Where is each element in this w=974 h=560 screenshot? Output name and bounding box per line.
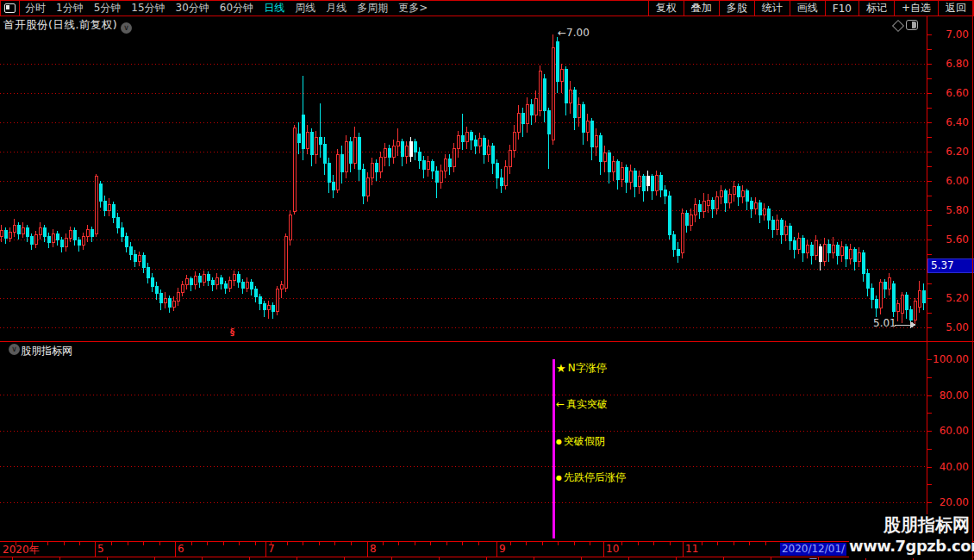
signal-vertical-line xyxy=(553,359,555,538)
axis-tick xyxy=(927,254,932,255)
axis-tick xyxy=(927,64,932,65)
menu-item-叠加[interactable]: 叠加 xyxy=(684,0,719,16)
candle-body xyxy=(401,141,403,156)
candle-body xyxy=(724,191,727,203)
candle-body xyxy=(444,159,446,171)
candle-body xyxy=(862,252,865,273)
candle-body xyxy=(224,283,227,288)
menu-item-周线[interactable]: 周线 xyxy=(290,1,321,16)
menu-item-复权[interactable]: 复权 xyxy=(648,0,684,16)
axis-tick xyxy=(927,93,932,94)
menu-item-画线[interactable]: 画线 xyxy=(790,0,825,16)
candle-body xyxy=(172,301,175,307)
menu-item-多股[interactable]: 多股 xyxy=(719,0,754,16)
candle-body xyxy=(323,145,326,164)
axis-tick xyxy=(927,502,932,503)
window-layout-button[interactable] xyxy=(1,1,20,16)
chevron-down-icon[interactable]: ∨ xyxy=(121,22,132,34)
date-axis: 2020/12/01/二 2020年567891011 xyxy=(0,541,974,557)
indicator-value-label: 40.00 xyxy=(929,461,969,473)
price-label: 5.80 xyxy=(929,204,969,216)
candle-body xyxy=(599,135,602,162)
candle-body xyxy=(328,164,330,183)
price-label: 6.80 xyxy=(929,58,969,70)
candle-body xyxy=(310,133,313,155)
menu-item-更多>[interactable]: 更多> xyxy=(393,1,433,16)
candle-body xyxy=(763,208,765,215)
candle-body xyxy=(65,238,67,246)
axis-tick xyxy=(927,34,932,35)
indicator-value-label: 80.00 xyxy=(929,389,969,401)
candle-body xyxy=(741,191,744,197)
axis-tick xyxy=(927,283,932,284)
menu-item-30分钟[interactable]: 30分钟 xyxy=(171,1,215,16)
month-separator xyxy=(95,542,96,557)
axis-tick xyxy=(510,542,511,545)
axis-tick xyxy=(670,542,671,545)
indicator-value-label: 100.00 xyxy=(929,353,969,365)
panel-separator xyxy=(0,341,974,342)
candle-body xyxy=(181,285,184,293)
axis-tick xyxy=(223,542,224,545)
menu-item-5分钟[interactable]: 5分钟 xyxy=(89,1,127,16)
menu-item-返回[interactable]: 返回 xyxy=(938,0,973,16)
indicator-chart[interactable] xyxy=(0,341,927,541)
axis-tick xyxy=(927,327,932,328)
chevron-down-icon[interactable]: ∨ xyxy=(9,344,20,355)
menu-item-月线[interactable]: 月线 xyxy=(321,1,352,16)
pane-maximize-icon[interactable] xyxy=(906,20,918,30)
candle-body xyxy=(435,171,438,183)
candle-body xyxy=(832,246,834,253)
tool-menu: 复权叠加多股统计画线F10标记+自选返回 xyxy=(648,1,973,16)
candle-body xyxy=(392,146,395,158)
axis-tick xyxy=(383,542,384,545)
signal-N字涨停: ★N字涨停 xyxy=(556,361,607,376)
axis-tick xyxy=(765,542,766,545)
menu-item-多周期[interactable]: 多周期 xyxy=(352,1,393,16)
price-label: 7.00 xyxy=(929,28,969,40)
month-separator xyxy=(683,542,684,557)
candle-body xyxy=(306,133,309,149)
top-menu-bar: 分时1分钟5分钟15分钟30分钟60分钟日线周线月线多周期更多> 复权叠加多股统… xyxy=(0,0,974,16)
candle-body xyxy=(414,141,416,152)
price-axis: 7.006.806.606.406.206.005.805.605.405.20… xyxy=(927,16,974,341)
menu-item-60分钟[interactable]: 60分钟 xyxy=(215,1,259,16)
candle-body xyxy=(39,227,41,235)
axis-tick xyxy=(927,49,932,50)
candle-body xyxy=(103,202,106,210)
month-separator xyxy=(603,542,604,557)
candle-body xyxy=(875,300,877,308)
candle-body xyxy=(582,105,584,133)
axis-tick xyxy=(734,542,734,545)
axis-tick xyxy=(927,78,932,79)
candle-body xyxy=(220,277,222,283)
axis-tick xyxy=(462,542,463,545)
menu-item-统计[interactable]: 统计 xyxy=(754,0,790,16)
candle-body xyxy=(293,128,296,212)
menu-item-1分钟[interactable]: 1分钟 xyxy=(51,1,89,16)
candlestick-chart[interactable] xyxy=(0,16,927,341)
menu-item-日线[interactable]: 日线 xyxy=(259,1,290,16)
candle-body xyxy=(297,134,300,143)
menu-item-标记[interactable]: 标记 xyxy=(858,0,894,16)
candle-body xyxy=(99,184,102,201)
candle-body xyxy=(116,218,119,228)
axis-tick xyxy=(653,542,654,545)
candle-body xyxy=(353,137,356,164)
signal-marker-icon: ● xyxy=(556,438,562,445)
candle-body xyxy=(474,140,477,146)
month-label-10: 10 xyxy=(606,543,619,555)
candle-body xyxy=(362,169,365,196)
candle-body xyxy=(530,105,533,115)
menu-item-15分钟[interactable]: 15分钟 xyxy=(126,1,170,16)
candle-body xyxy=(142,256,145,268)
menu-item-+自选[interactable]: +自选 xyxy=(894,0,938,16)
axis-tick xyxy=(927,166,932,167)
menu-item-F10[interactable]: F10 xyxy=(825,0,858,16)
candle-body xyxy=(453,149,455,166)
candle-body xyxy=(125,237,128,247)
axis-tick xyxy=(927,196,932,196)
axis-tick xyxy=(111,542,112,545)
menu-item-分时[interactable]: 分时 xyxy=(20,1,51,16)
candle-body xyxy=(30,237,33,245)
